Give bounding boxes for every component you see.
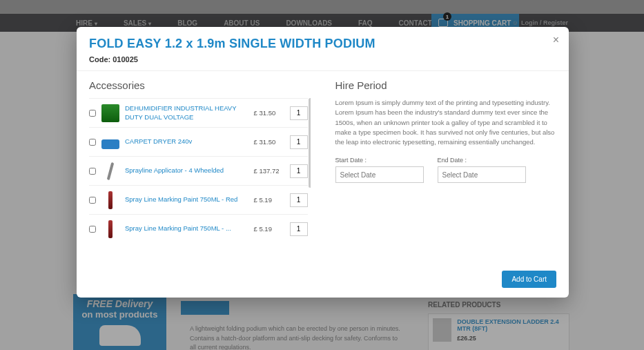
accessory-checkbox[interactable]	[89, 168, 96, 175]
close-icon[interactable]: ×	[553, 34, 559, 46]
accessory-thumb	[101, 139, 119, 149]
accessory-row: CARPET DRYER 240v£ 31.50	[89, 127, 308, 156]
accessory-row: Spray Line Marking Paint 750ML - Red£ 5.…	[89, 185, 308, 214]
accessory-price: £ 5.19	[254, 196, 284, 204]
accessory-thumb	[101, 104, 119, 122]
product-code: Code: 010025	[89, 55, 556, 64]
accessory-thumb	[107, 162, 115, 179]
accessory-qty-input[interactable]	[290, 135, 308, 149]
add-to-cart-button[interactable]: Add to Cart	[502, 271, 556, 288]
accessory-checkbox[interactable]	[89, 110, 96, 117]
product-modal: FOLD EASY 1.2 x 1.9m SINGLE WIDTH PODIUM…	[77, 27, 569, 298]
accessory-thumb	[108, 220, 113, 238]
accessory-qty-input[interactable]	[290, 106, 308, 120]
accessory-row: Sprayline Applicator - 4 Wheelded£ 137.7…	[89, 156, 308, 185]
accessory-qty-input[interactable]	[290, 164, 308, 178]
accessories-scroll[interactable]: DEHUMIDIFIER INDUSTRIAL HEAVY DUTY DUAL …	[89, 98, 311, 247]
hire-period-heading: Hire Period	[335, 79, 557, 91]
accessory-price: £ 5.19	[254, 225, 284, 233]
accessory-row: Spray Line Marking Paint 750ML - ...£ 5.…	[89, 214, 308, 243]
accessory-price: £ 31.50	[254, 138, 284, 146]
accessory-name[interactable]: Sprayline Applicator - 4 Wheelded	[125, 166, 248, 175]
accessories-list: DEHUMIDIFIER INDUSTRIAL HEAVY DUTY DUAL …	[89, 98, 311, 247]
accessory-name[interactable]: Spray Line Marking Paint 750ML - Red	[125, 195, 248, 204]
modal-title: FOLD EASY 1.2 x 1.9m SINGLE WIDTH PODIUM	[89, 37, 556, 51]
accessory-thumb	[108, 191, 113, 209]
hire-period-description: Lorem Ipsum is simply dummy text of the …	[335, 98, 557, 147]
accessory-checkbox[interactable]	[89, 197, 96, 204]
accessory-price: £ 31.50	[254, 109, 284, 117]
accessory-checkbox[interactable]	[89, 226, 96, 233]
end-date-label: End Date :	[438, 157, 526, 164]
end-date-input[interactable]	[438, 166, 526, 183]
modal-header: FOLD EASY 1.2 x 1.9m SINGLE WIDTH PODIUM…	[77, 27, 569, 71]
hire-period-panel: Hire Period Lorem Ipsum is simply dummy …	[323, 71, 569, 264]
modal-footer: Add to Cart	[77, 264, 569, 298]
accessories-panel: Accessories DEHUMIDIFIER INDUSTRIAL HEAV…	[77, 71, 323, 264]
accessory-name[interactable]: DEHUMIDIFIER INDUSTRIAL HEAVY DUTY DUAL …	[125, 104, 248, 121]
accessory-name[interactable]: CARPET DRYER 240v	[125, 137, 248, 146]
accessory-name[interactable]: Spray Line Marking Paint 750ML - ...	[125, 224, 248, 233]
accessory-qty-input[interactable]	[290, 222, 308, 236]
accessory-qty-input[interactable]	[290, 193, 308, 207]
accessory-row: DEHUMIDIFIER INDUSTRIAL HEAVY DUTY DUAL …	[89, 98, 308, 127]
accessories-heading: Accessories	[89, 79, 311, 91]
start-date-input[interactable]	[335, 166, 424, 183]
accessory-price: £ 137.72	[254, 167, 284, 175]
accessory-checkbox[interactable]	[89, 139, 96, 146]
start-date-label: Start Date :	[335, 157, 424, 164]
